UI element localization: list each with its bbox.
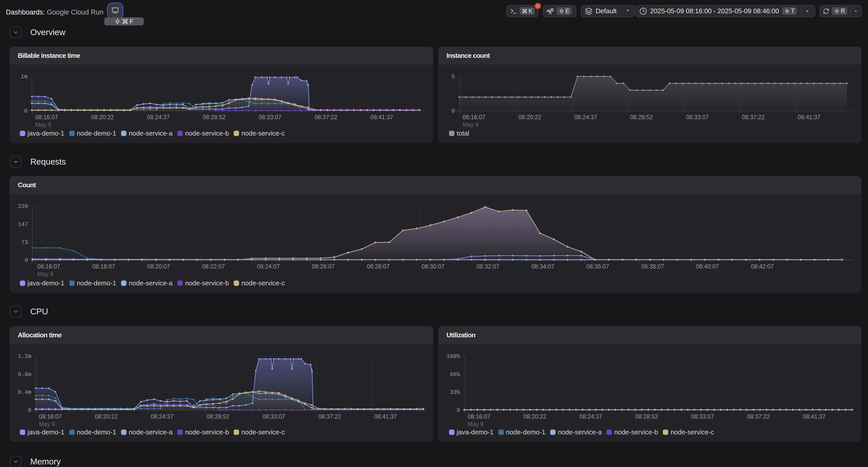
svg-text:08:16:07: 08:16:07 (35, 114, 58, 121)
svg-text:08:40:07: 08:40:07 (696, 263, 719, 270)
svg-text:08:33:07: 08:33:07 (262, 413, 285, 420)
svg-text:220: 220 (18, 203, 28, 210)
svg-text:0: 0 (457, 407, 460, 414)
svg-text:08:41:37: 08:41:37 (798, 114, 820, 121)
svg-text:08:24:37: 08:24:37 (151, 413, 174, 420)
svg-text:08:41:37: 08:41:37 (370, 114, 393, 121)
svg-text:1.2m: 1.2m (18, 353, 31, 360)
svg-text:08:16:07: 08:16:07 (39, 413, 62, 420)
svg-text:08:33:07: 08:33:07 (686, 114, 709, 121)
svg-text:08:42:07: 08:42:07 (751, 263, 774, 270)
svg-text:73: 73 (22, 240, 28, 246)
svg-text:08:33:07: 08:33:07 (691, 413, 714, 420)
svg-text:66%: 66% (450, 371, 460, 378)
svg-text:08:37:22: 08:37:22 (314, 114, 337, 121)
svg-text:0: 0 (452, 108, 455, 115)
svg-text:0: 0 (28, 407, 31, 414)
svg-text:0.4m: 0.4m (18, 389, 31, 396)
svg-text:08:33:07: 08:33:07 (259, 114, 282, 121)
svg-text:08:24:37: 08:24:37 (579, 413, 602, 420)
svg-text:08:20:22: 08:20:22 (518, 114, 541, 121)
svg-text:08:41:37: 08:41:37 (374, 413, 397, 420)
svg-text:08:20:22: 08:20:22 (91, 114, 114, 121)
svg-text:08:24:37: 08:24:37 (574, 114, 597, 121)
svg-text:08:16:07: 08:16:07 (37, 263, 60, 270)
svg-text:0: 0 (24, 108, 28, 115)
svg-text:08:37:22: 08:37:22 (318, 413, 341, 420)
svg-text:May 9: May 9 (39, 421, 55, 428)
svg-text:147: 147 (18, 221, 28, 228)
svg-text:08:22:07: 08:22:07 (202, 263, 225, 270)
svg-text:08:28:52: 08:28:52 (203, 114, 226, 121)
svg-text:5: 5 (452, 74, 455, 80)
svg-text:08:24:37: 08:24:37 (147, 114, 170, 121)
svg-text:May 9: May 9 (37, 271, 54, 277)
svg-text:08:28:52: 08:28:52 (635, 413, 658, 420)
svg-text:08:20:22: 08:20:22 (95, 413, 118, 420)
svg-text:08:24:07: 08:24:07 (257, 263, 280, 270)
svg-text:08:37:22: 08:37:22 (742, 114, 765, 121)
svg-text:08:34:07: 08:34:07 (531, 263, 554, 270)
svg-text:08:16:07: 08:16:07 (463, 114, 486, 121)
svg-text:08:32:07: 08:32:07 (476, 263, 499, 270)
svg-text:08:37:22: 08:37:22 (747, 413, 770, 420)
svg-text:08:18:07: 08:18:07 (92, 263, 115, 270)
svg-text:0: 0 (25, 257, 28, 264)
svg-text:08:28:52: 08:28:52 (630, 114, 653, 121)
svg-text:08:16:07: 08:16:07 (468, 413, 491, 420)
svg-text:100%: 100% (446, 353, 460, 360)
svg-text:1m: 1m (21, 74, 28, 80)
svg-text:May 9: May 9 (468, 421, 484, 428)
svg-text:08:41:37: 08:41:37 (803, 413, 826, 420)
svg-text:08:28:52: 08:28:52 (207, 413, 229, 420)
svg-text:08:20:22: 08:20:22 (523, 413, 547, 420)
svg-text:08:28:07: 08:28:07 (367, 263, 390, 270)
svg-text:May 9: May 9 (463, 122, 478, 128)
svg-text:08:26:07: 08:26:07 (312, 263, 335, 270)
svg-text:0.8m: 0.8m (18, 371, 31, 378)
svg-text:May 9: May 9 (35, 122, 51, 128)
svg-text:08:38:07: 08:38:07 (641, 263, 664, 270)
svg-text:08:20:07: 08:20:07 (147, 263, 170, 270)
svg-text:33%: 33% (450, 389, 460, 396)
svg-text:08:30:07: 08:30:07 (422, 263, 444, 270)
svg-text:08:36:07: 08:36:07 (586, 263, 609, 270)
